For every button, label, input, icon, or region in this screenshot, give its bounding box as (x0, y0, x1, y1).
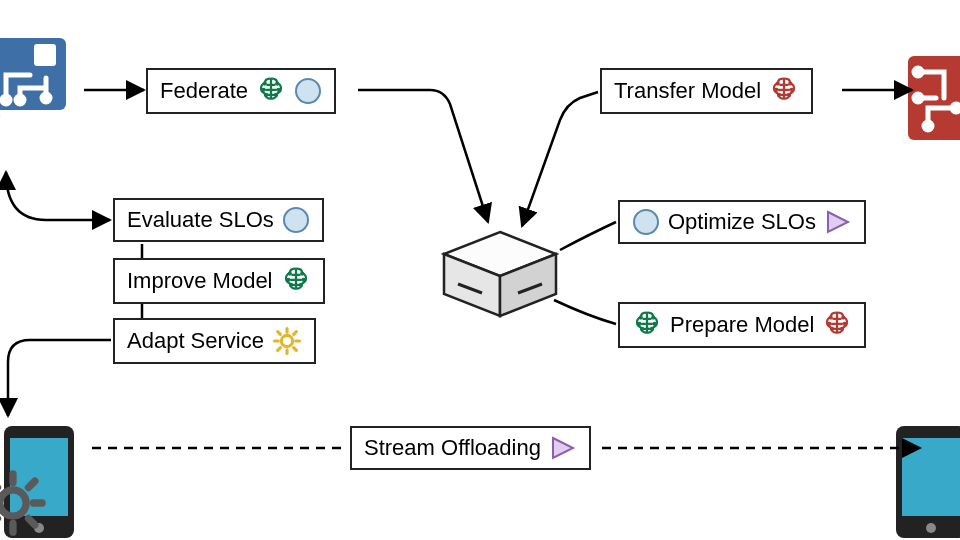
circle-icon (282, 206, 310, 234)
evaluate-box: Evaluate SLOs (113, 198, 324, 242)
svg-rect-34 (902, 438, 960, 516)
gear-icon (272, 326, 302, 356)
svg-point-23 (924, 122, 932, 130)
svg-point-38 (634, 210, 658, 234)
brain-icon (632, 310, 662, 340)
evaluate-label: Evaluate SLOs (127, 207, 274, 233)
stream-box: Stream Offloading (350, 426, 591, 470)
prepare-label: Prepare Model (670, 312, 814, 338)
svg-point-22 (914, 94, 922, 102)
circuit-icon (900, 48, 960, 148)
optimize-box: Optimize SLOs (618, 200, 866, 244)
brain-icon (769, 76, 799, 106)
triangle-icon (824, 208, 852, 236)
svg-point-19 (42, 94, 50, 102)
optimize-label: Optimize SLOs (668, 209, 816, 235)
improve-label: Improve Model (127, 268, 273, 294)
federate-label: Federate (160, 78, 248, 104)
svg-marker-39 (828, 212, 848, 232)
svg-rect-16 (34, 44, 56, 66)
circle-icon (294, 77, 322, 105)
adapt-box: Adapt Service (113, 318, 316, 364)
circle-icon (632, 208, 660, 236)
gear-icon (0, 468, 48, 538)
svg-point-24 (952, 104, 960, 112)
adapt-label: Adapt Service (127, 328, 264, 354)
svg-point-17 (2, 96, 10, 104)
transfer-box: Transfer Model (600, 68, 813, 114)
federate-box: Federate (146, 68, 336, 114)
edge-node-icon (0, 20, 86, 130)
prepare-box: Prepare Model (618, 302, 866, 348)
brain-icon (281, 266, 311, 296)
svg-point-36 (296, 79, 320, 103)
svg-point-21 (914, 68, 922, 76)
stream-label: Stream Offloading (364, 435, 541, 461)
svg-point-35 (926, 523, 936, 533)
phone-icon (880, 420, 960, 540)
improve-box: Improve Model (113, 258, 325, 304)
server-icon (440, 228, 560, 320)
svg-point-37 (284, 208, 308, 232)
triangle-icon (549, 434, 577, 462)
brain-icon (822, 310, 852, 340)
transfer-label: Transfer Model (614, 78, 761, 104)
svg-point-18 (16, 96, 24, 104)
svg-marker-40 (553, 438, 573, 458)
brain-icon (256, 76, 286, 106)
